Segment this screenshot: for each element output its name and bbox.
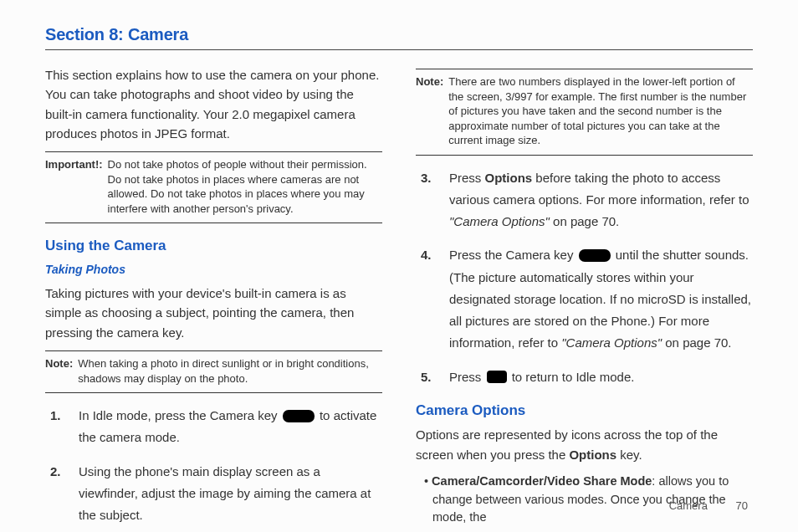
note-text: There are two numbers displayed in the l… <box>448 74 753 148</box>
paragraph-text: key. <box>620 448 642 462</box>
step-text: on page 70. <box>553 214 619 228</box>
steps-list-right: 3. Press Options before taking the photo… <box>416 167 753 388</box>
subheading-taking-photos: Taking Photos <box>45 261 382 279</box>
important-note: Important!: Do not take photos of people… <box>45 151 382 223</box>
steps-list-left: 1. In Idle mode, press the Camera key to… <box>45 405 382 526</box>
step-text: In Idle mode, press the Camera key <box>79 408 281 422</box>
note-label: Note: <box>45 356 78 386</box>
intro-paragraph: This section explains how to use the cam… <box>45 65 382 143</box>
step-text: Press <box>449 171 485 185</box>
step-text: on page 70. <box>665 335 731 350</box>
cross-ref: "Camera Options" <box>561 335 662 350</box>
note-label: Note: <box>416 74 448 148</box>
important-label: Important!: <box>45 157 108 216</box>
cross-ref: "Camera Options" <box>449 214 550 228</box>
two-column-body: This section explains how to use the cam… <box>45 62 753 532</box>
camera-key-icon <box>579 249 611 262</box>
section-title: Section 8: Camera <box>45 25 753 50</box>
step-2: 2. Using the phone's main display screen… <box>45 461 382 527</box>
step-text: Press the Camera key <box>449 248 577 262</box>
step-5: 5. Press to return to Idle mode. <box>416 366 753 388</box>
step-number: 2. <box>45 461 79 527</box>
camera-key-icon <box>283 410 315 422</box>
step-number: 5. <box>416 366 449 388</box>
options-key-label: Options <box>569 448 616 462</box>
right-column: Note: There are two numbers displayed in… <box>416 62 753 532</box>
options-label: Options <box>485 171 533 185</box>
step-number: 3. <box>416 167 449 233</box>
left-column: This section explains how to use the cam… <box>45 62 382 532</box>
page-footer: Camera 70 <box>669 499 748 512</box>
footer-section-label: Camera <box>669 499 708 512</box>
step-1: 1. In Idle mode, press the Camera key to… <box>45 405 382 449</box>
step-text: Press <box>449 370 485 384</box>
heading-camera-options: Camera Options <box>416 400 753 422</box>
step-text: Using the phone's main display screen as… <box>79 461 382 527</box>
footer-page-number: 70 <box>736 499 748 512</box>
step-text: to return to Idle mode. <box>512 370 635 384</box>
bullet-title: Camera/Camcorder/Video Share Mode <box>432 474 652 488</box>
sunlight-note: Note: When taking a photo in direct sunl… <box>45 350 382 393</box>
step-3: 3. Press Options before taking the photo… <box>416 167 753 233</box>
end-key-icon <box>487 371 507 383</box>
note-text: When taking a photo in direct sunlight o… <box>78 356 382 386</box>
step-number: 4. <box>416 244 449 354</box>
options-paragraph: Options are represented by icons across … <box>416 425 753 464</box>
important-text: Do not take photos of people without the… <box>108 157 382 216</box>
step-4: 4. Press the Camera key until the shutte… <box>416 244 753 354</box>
taking-photos-paragraph: Taking pictures with your device's built… <box>45 284 382 342</box>
paragraph-text: Options are represented by icons across … <box>416 427 718 461</box>
step-number: 1. <box>45 405 79 449</box>
heading-using-camera: Using the Camera <box>45 235 382 257</box>
counter-note: Note: There are two numbers displayed in… <box>416 69 753 156</box>
